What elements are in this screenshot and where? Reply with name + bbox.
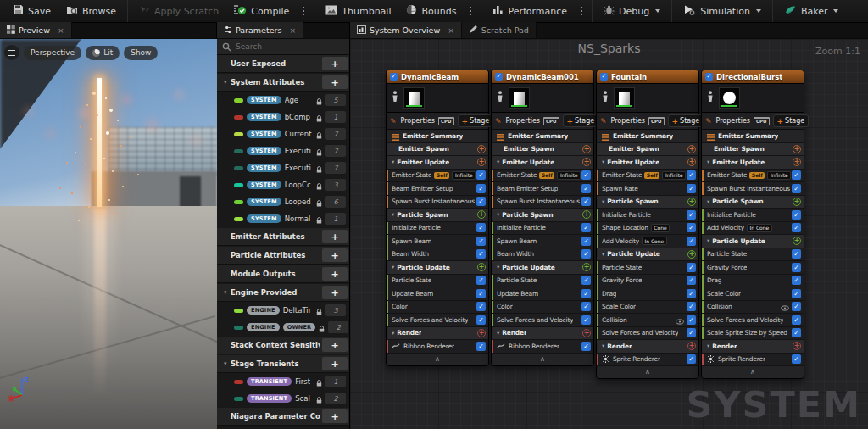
emitter-enabled-checkbox[interactable]: ✓: [390, 73, 398, 81]
module-enabled-checkbox[interactable]: ✓: [476, 302, 486, 311]
stack-row-spawn-beam[interactable]: Spawn Beam✓: [492, 235, 593, 248]
stack-row-particle-spawn[interactable]: ▾Particle Spawn+: [387, 209, 488, 222]
stack-row-scale-sprite-size-by-speed[interactable]: Scale Sprite Size by Speed✓: [702, 327, 804, 341]
module-enabled-checkbox[interactable]: ✓: [476, 342, 486, 351]
stack-row-emitter-update[interactable]: ▾Emitter Update+: [387, 156, 488, 170]
stack-row-initialize-particle[interactable]: Initialize Particle✓: [492, 222, 593, 236]
module-enabled-checkbox[interactable]: ✓: [581, 223, 591, 232]
parameter-section-header-emitter-attributes[interactable]: Emitter Attributes+: [217, 228, 349, 246]
stack-row-beam-width[interactable]: Beam Width✓: [387, 248, 488, 262]
module-enabled-checkbox[interactable]: ✓: [687, 354, 696, 364]
parameter-row-system-looped[interactable]: SYSTEMLooped6: [217, 193, 349, 210]
stack-row-update-beam[interactable]: Update Beam✓: [492, 287, 593, 301]
module-enabled-checkbox[interactable]: ✓: [476, 197, 486, 206]
parameter-section-header-niagara-parameter-collection[interactable]: Niagara Parameter Collection+: [217, 408, 349, 426]
stack-row-emitter-update[interactable]: ▾Emitter Update+: [702, 156, 804, 170]
add-module-button[interactable]: +: [582, 145, 591, 153]
toolbar-button-compile[interactable]: Compile: [226, 0, 297, 23]
stack-row-solve-forces-and-velocity[interactable]: Solve Forces and Velocity✓: [702, 314, 804, 327]
parameter-section-header-module-outputs[interactable]: Module Outputs+: [217, 265, 349, 283]
viewport[interactable]: Perspective Lit Show z: [0, 39, 217, 429]
stack-row-color[interactable]: Color✓: [492, 301, 593, 315]
stack-row-beam-emitter-setup[interactable]: Beam Emitter Setup✓: [492, 182, 593, 196]
module-enabled-checkbox[interactable]: ✓: [476, 237, 486, 246]
module-enabled-checkbox[interactable]: ✓: [581, 237, 591, 246]
stack-row-emitter-update[interactable]: ▾Emitter Update+: [492, 156, 593, 170]
stack-row-particle-spawn[interactable]: ▾Particle Spawn+: [702, 196, 804, 209]
stack-row-particle-state[interactable]: Particle State✓: [492, 275, 593, 288]
collapse-node-button[interactable]: ∧: [492, 354, 593, 365]
module-enabled-checkbox[interactable]: ✓: [792, 210, 801, 220]
module-enabled-checkbox[interactable]: ✓: [581, 302, 591, 311]
module-enabled-checkbox[interactable]: ✓: [687, 315, 696, 325]
add-parameter-button[interactable]: +: [322, 357, 348, 370]
stack-row-initialize-particle[interactable]: Initialize Particle✓: [597, 209, 698, 222]
add-module-button[interactable]: +: [582, 329, 591, 337]
toolbar-button-save[interactable]: Save: [5, 0, 58, 23]
stack-row-emitter-spawn[interactable]: Emitter Spawn+: [492, 143, 593, 157]
stack-row-initialize-particle[interactable]: Initialize Particle✓: [387, 222, 488, 236]
stack-row-emitter-summary[interactable]: Emitter Summary: [702, 130, 804, 143]
module-enabled-checkbox[interactable]: ✓: [581, 249, 591, 259]
toolbar-button-thumbnail[interactable]: Thumbnail: [318, 0, 398, 23]
module-enabled-checkbox[interactable]: ✓: [687, 289, 696, 298]
stack-row-particle-update[interactable]: ▾Particle Update+: [492, 261, 593, 275]
module-enabled-checkbox[interactable]: ✓: [687, 237, 696, 246]
stack-row-emitter-state[interactable]: Emitter StateSelfInfinite✓: [387, 170, 488, 183]
module-enabled-checkbox[interactable]: ✓: [687, 170, 696, 180]
module-enabled-checkbox[interactable]: ✓: [792, 276, 801, 285]
parameter-row-system-executi[interactable]: SYSTEMExecuti7: [217, 142, 349, 159]
stack-row-sprite-renderer[interactable]: Sprite Renderer✓: [597, 354, 698, 367]
add-module-button[interactable]: +: [687, 342, 696, 350]
add-module-button[interactable]: +: [687, 158, 696, 166]
parameter-section-header-engine-provided[interactable]: ▾Engine Provided+: [217, 284, 349, 302]
add-module-button[interactable]: +: [582, 158, 591, 166]
stack-row-particle-state[interactable]: Particle State✓: [597, 261, 698, 275]
graph-canvas[interactable]: NS_Sparks Zoom 1:1 SYSTEM ✓DynamicBeam✎P…: [350, 39, 868, 429]
parameter-row-system-executi[interactable]: SYSTEMExecuti7: [217, 159, 349, 176]
stack-row-solve-forces-and-velocity[interactable]: Solve Forces and Velocity✓: [387, 314, 488, 327]
add-module-button[interactable]: +: [793, 198, 801, 206]
add-module-button[interactable]: +: [793, 158, 801, 166]
stack-row-update-beam[interactable]: Update Beam✓: [387, 287, 488, 301]
emitter-properties-row[interactable]: ✎PropertiesCPU+Stage: [492, 113, 593, 130]
module-enabled-checkbox[interactable]: ✓: [792, 184, 801, 193]
visibility-eye-icon[interactable]: [676, 312, 684, 328]
add-module-button[interactable]: +: [793, 145, 801, 153]
stack-row-render[interactable]: ▾Render+: [702, 340, 804, 354]
emitter-thumbnail[interactable]: [719, 87, 740, 109]
stack-row-render[interactable]: ▾Render+: [492, 327, 593, 341]
parameter-section-header-particle-attributes[interactable]: Particle Attributes+: [217, 247, 349, 265]
module-enabled-checkbox[interactable]: ✓: [792, 249, 801, 259]
parameter-row-system-normal[interactable]: SYSTEMNormal1: [217, 210, 349, 227]
lit-button[interactable]: Lit: [86, 46, 120, 60]
stack-row-emitter-spawn[interactable]: Emitter Spawn+: [387, 143, 488, 157]
toolbar-button-bounds[interactable]: Bounds: [398, 0, 464, 23]
parameter-section-header-user-exposed[interactable]: User Exposed+: [217, 55, 349, 73]
toolbar-button-baker[interactable]: Baker: [776, 0, 847, 23]
module-enabled-checkbox[interactable]: ✓: [476, 249, 486, 259]
tab-scratch-pad[interactable]: Scratch Pad: [462, 22, 537, 38]
parameter-row-system-bcomp[interactable]: SYSTEMbComp1: [217, 109, 349, 125]
stack-row-drag[interactable]: Drag✓: [597, 287, 698, 301]
toolbar-menu-bounds[interactable]: [464, 0, 477, 23]
add-module-button[interactable]: +: [582, 263, 591, 271]
toolbar-menu-compile[interactable]: [297, 0, 310, 23]
module-enabled-checkbox[interactable]: ✓: [476, 170, 486, 180]
stack-row-particle-spawn[interactable]: ▾Particle Spawn+: [492, 209, 593, 222]
stack-row-drag[interactable]: Drag✓: [702, 275, 804, 288]
toolbar-button-browse[interactable]: Browse: [58, 0, 124, 23]
add-module-button[interactable]: +: [477, 329, 486, 337]
emitter-node-dynamicbeam[interactable]: ✓DynamicBeam✎PropertiesCPU+StageEmitter …: [386, 70, 489, 366]
stack-row-render[interactable]: ▾Render+: [597, 340, 698, 354]
emitter-thumbnail[interactable]: [614, 87, 635, 109]
parameter-row-transient-scal[interactable]: TRANSIENTScal2: [217, 390, 349, 407]
toolbar-button-simulation[interactable]: Simulation: [676, 0, 769, 23]
stack-row-solve-forces-and-velocity[interactable]: Solve Forces and Velocity✓: [492, 314, 593, 327]
stack-row-emitter-state[interactable]: Emitter StateSelfInfinite✓: [702, 170, 804, 183]
emitter-properties-row[interactable]: ✎PropertiesCPU+Stage: [597, 113, 698, 130]
stack-row-emitter-summary[interactable]: Emitter Summary: [597, 130, 698, 143]
module-enabled-checkbox[interactable]: ✓: [687, 210, 696, 220]
emitter-thumbnail[interactable]: [403, 87, 425, 109]
emitter-properties-row[interactable]: ✎PropertiesCPU+Stage: [702, 113, 804, 130]
